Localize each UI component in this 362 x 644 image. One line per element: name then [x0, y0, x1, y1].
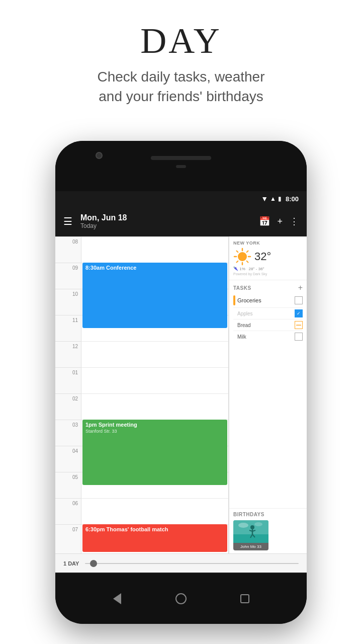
phone-bottom-bezel [55, 574, 307, 624]
status-time: 8:00 [286, 195, 299, 203]
wifi-icon: ▼ [261, 195, 268, 203]
day-slider-thumb[interactable] [90, 560, 97, 567]
right-sidebar: NEW YORK [229, 236, 307, 553]
time-slot-11: 11 [55, 315, 81, 341]
recent-square-icon [240, 594, 249, 603]
time-slot-10: 10 [55, 289, 81, 315]
day-slider-bar: 1 DAY [55, 553, 307, 573]
event-football-title: 6:30pm Thomas' football match [85, 526, 224, 532]
svg-point-14 [250, 525, 254, 529]
rain-chance: 1% [239, 267, 245, 271]
weather-temperature: 32° [254, 250, 271, 263]
event-sprint[interactable]: 1pm Sprint meeting Stanford Str. 33 [82, 420, 227, 485]
svg-rect-11 [233, 534, 268, 543]
task-category-checkbox[interactable] [295, 296, 303, 304]
cal-slot-12 [81, 341, 228, 367]
weather-city: NEW YORK [233, 240, 303, 246]
more-options-button[interactable]: ⋮ [290, 216, 299, 227]
calendar-button[interactable]: 📅 [259, 216, 270, 227]
birthday-image [233, 520, 268, 543]
signal-icon: ▲ [270, 195, 276, 202]
time-slot-01: 01 [55, 367, 81, 393]
phone-top-bezel [55, 141, 307, 191]
tab-project[interactable]: Project [106, 573, 156, 574]
time-slot-03: 03 [55, 420, 81, 446]
task-milk-name: Milk [237, 334, 295, 340]
tasks-add-button[interactable]: + [298, 283, 303, 292]
weather-range: 28° - 36° [248, 267, 264, 271]
tasks-section: TASKS + Groceries Apples ✓ [229, 280, 307, 509]
event-conference[interactable]: 8:30am Conference [82, 263, 227, 328]
nav-back-button[interactable] [110, 592, 124, 606]
svg-point-12 [238, 523, 248, 528]
back-triangle-icon [113, 593, 121, 604]
task-apples-name: Apples [237, 311, 295, 316]
toolbar-title: Mon, Jun 18 Today [80, 213, 259, 229]
svg-line-6 [247, 261, 248, 263]
birthdays-section: BIRTHDAYS [229, 509, 307, 553]
day-slider-track[interactable] [85, 563, 299, 564]
toolbar-today: Today [80, 222, 259, 229]
task-category-groceries: Groceries [233, 295, 303, 305]
task-bread-checkbox[interactable] [295, 321, 303, 329]
task-item-bread: Bread [233, 319, 303, 331]
cal-slot-01 [81, 367, 228, 393]
task-category-name: Groceries [237, 297, 293, 303]
tab-todo[interactable]: To-Do [256, 573, 307, 574]
home-circle-icon [175, 593, 187, 604]
toolbar-actions: 📅 + ⋮ [259, 216, 299, 227]
time-column: 08 09 10 11 12 01 02 03 04 05 06 07 [55, 236, 81, 553]
event-sprint-location: Stanford Str. 33 [85, 429, 224, 434]
tasks-title: TASKS [233, 285, 251, 291]
birthday-card[interactable]: John Mo 33 [233, 520, 268, 550]
page-title: DAY [0, 20, 362, 62]
cal-slot-08 [81, 236, 228, 263]
phone-frame: ▼ ▲ ▮ 8:00 ☰ Mon, Jun 18 Today 📅 + ⋮ 08 [55, 141, 307, 624]
event-football[interactable]: 6:30pm Thomas' football match [82, 524, 227, 552]
sensor [176, 165, 186, 168]
time-slot-06: 06 [55, 498, 81, 524]
task-milk-checkbox[interactable] [295, 333, 303, 341]
task-bread-name: Bread [237, 323, 295, 328]
time-slot-07: 07 [55, 524, 81, 550]
category-tabs: Work Project Private Sport To-Do [55, 573, 307, 574]
calendar-main: 8:30am Conference 1pm Sprint meeting Sta… [81, 236, 229, 553]
menu-button[interactable]: ☰ [63, 215, 72, 227]
tab-private[interactable]: Private [156, 573, 206, 574]
cal-slot-06 [81, 498, 228, 524]
calendar-area: 08 09 10 11 12 01 02 03 04 05 06 07 [55, 236, 307, 553]
rain-icon: 🌂 [233, 267, 238, 271]
status-bar: ▼ ▲ ▮ 8:00 [55, 191, 307, 206]
phone-screen: ▼ ▲ ▮ 8:00 ☰ Mon, Jun 18 Today 📅 + ⋮ 08 [55, 191, 307, 574]
time-slot-04: 04 [55, 446, 81, 472]
weather-details: 🌂 1% 28° - 36° [233, 267, 303, 271]
time-slot-08: 08 [55, 236, 81, 263]
svg-point-13 [254, 522, 262, 526]
page-subtitle: Check daily tasks, weather and your frie… [0, 67, 362, 106]
app-toolbar: ☰ Mon, Jun 18 Today 📅 + ⋮ [55, 206, 307, 236]
event-sprint-title: 1pm Sprint meeting [85, 422, 224, 428]
tasks-header: TASKS + [233, 283, 303, 292]
time-slot-05: 05 [55, 472, 81, 498]
speaker [151, 156, 211, 160]
birthday-name: John Mo 33 [233, 543, 268, 550]
nav-home-button[interactable] [174, 592, 188, 606]
tab-work[interactable]: Work [55, 573, 106, 574]
svg-line-5 [237, 251, 238, 253]
camera [96, 152, 103, 159]
nav-recent-button[interactable] [238, 592, 252, 606]
weather-section: NEW YORK [229, 236, 307, 280]
toolbar-date: Mon, Jun 18 [80, 213, 259, 222]
svg-line-7 [247, 251, 248, 253]
task-apples-checkbox[interactable]: ✓ [295, 309, 303, 317]
time-slot-09: 09 [55, 263, 81, 289]
time-slot-12: 12 [55, 341, 81, 367]
birthdays-title: BIRTHDAYS [233, 512, 303, 517]
svg-rect-9 [296, 325, 301, 326]
time-slot-02: 02 [55, 393, 81, 420]
tab-sport[interactable]: Sport [206, 573, 256, 574]
event-conference-title: 8:30am Conference [85, 265, 224, 271]
add-event-button[interactable]: + [277, 216, 283, 227]
weather-main: 32° [233, 248, 303, 266]
svg-point-0 [238, 252, 247, 261]
